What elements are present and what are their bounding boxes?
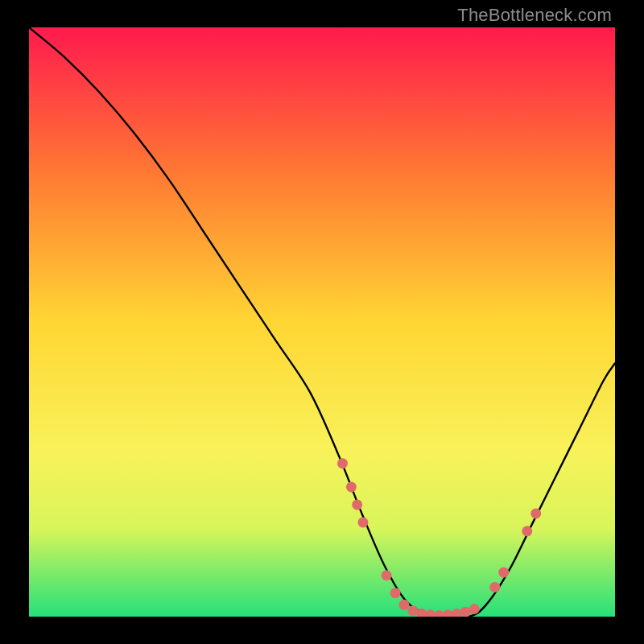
highlight-point bbox=[346, 481, 357, 492]
highlight-point bbox=[398, 600, 409, 610]
highlight-point bbox=[357, 517, 368, 527]
highlight-point bbox=[352, 499, 362, 510]
chart-svg bbox=[29, 27, 615, 617]
highlight-point bbox=[522, 526, 532, 536]
highlight-point bbox=[337, 458, 348, 469]
highlight-point bbox=[498, 568, 509, 578]
highlight-point bbox=[390, 588, 401, 598]
chart-frame: TheBottleneck.com bbox=[0, 0, 644, 644]
plot-area bbox=[29, 27, 615, 617]
highlight-point bbox=[530, 508, 541, 518]
watermark-text: TheBottleneck.com bbox=[457, 5, 612, 26]
highlight-point bbox=[382, 570, 392, 580]
highlight-point bbox=[469, 604, 480, 614]
highlight-point bbox=[489, 582, 500, 592]
